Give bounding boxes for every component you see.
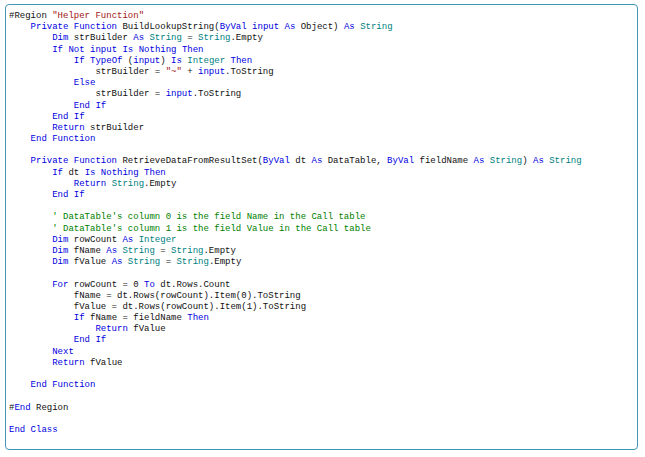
code-token: If	[74, 56, 85, 66]
code-line	[9, 145, 635, 156]
code-line: Dim strBuilder As String = String.Empty	[9, 33, 635, 44]
code-token: For	[52, 280, 68, 290]
code-area[interactable]: #Region "Helper Function" Private Functi…	[9, 11, 635, 447]
code-line: Return fValue	[9, 324, 635, 335]
code-token: input	[198, 67, 225, 77]
code-token: fName = fieldName	[85, 313, 188, 323]
code-line: End If	[9, 101, 635, 112]
code-line: End Function	[9, 134, 635, 145]
code-token: ByVal	[263, 156, 290, 166]
code-token: dt	[290, 156, 312, 166]
code-token: As	[311, 156, 322, 166]
code-token: Private Function	[31, 22, 117, 32]
code-line: For rowCount = 0 To dt.Rows.Count	[9, 280, 635, 291]
code-line: Else	[9, 78, 635, 89]
code-token: +	[182, 67, 198, 77]
code-token: "~"	[166, 67, 182, 77]
code-line: End If	[9, 335, 635, 346]
code-token: String	[176, 257, 208, 267]
code-token: Else	[74, 78, 96, 88]
code-token: End Function	[31, 380, 96, 390]
code-token: As	[133, 33, 144, 43]
code-line: Dim fValue As String = String.Empty	[9, 257, 635, 268]
code-token: ' DataTable's column 1 is the field Valu…	[52, 224, 371, 234]
code-token: Return	[52, 358, 84, 368]
code-token: String	[198, 33, 230, 43]
code-line: Private Function BuildLookupString(ByVal…	[9, 22, 635, 33]
code-token: fValue	[68, 257, 111, 267]
code-line: Return fValue	[9, 358, 635, 369]
code-token: To	[144, 280, 155, 290]
code-token: Object)	[295, 22, 344, 32]
code-line: Dim rowCount As Integer	[9, 235, 635, 246]
code-token: )	[522, 156, 533, 166]
code-line	[9, 414, 635, 425]
code-token: End If	[52, 190, 84, 200]
code-line: ' DataTable's column 0 is the field Name…	[9, 212, 635, 223]
code-token: DataTable,	[322, 156, 387, 166]
code-line: End Class	[9, 425, 635, 436]
code-line	[9, 369, 635, 380]
code-token: Return	[74, 179, 106, 189]
code-token: fValue = dt.Rows(rowCount).Item(1).ToStr…	[74, 302, 306, 312]
code-token: String	[122, 246, 154, 256]
code-token: End Class	[9, 425, 58, 435]
code-token: fName = dt.Rows(rowCount).Item(0).ToStri…	[74, 291, 301, 301]
code-token: =	[182, 33, 198, 43]
code-token: String	[360, 22, 392, 32]
code-token: String	[490, 156, 522, 166]
code-token: End Function	[31, 134, 96, 144]
code-token: Not	[68, 45, 84, 55]
code-token: String	[128, 257, 160, 267]
code-line: #End Region	[9, 403, 635, 414]
code-line: ' DataTable's column 1 is the field Valu…	[9, 224, 635, 235]
code-token: fValue	[85, 358, 123, 368]
code-token: input	[252, 22, 279, 32]
code-token: Dim	[52, 257, 68, 267]
code-token: Then	[187, 313, 209, 323]
code-line: If Not input Is Nothing Then	[9, 45, 635, 56]
code-token: As	[106, 246, 117, 256]
code-token: .Empty	[209, 257, 241, 267]
code-line	[9, 201, 635, 212]
code-token: BuildLookupString(	[117, 22, 220, 32]
code-token: String	[549, 156, 581, 166]
code-line: If dt Is Nothing Then	[9, 168, 635, 179]
code-token: Region	[31, 403, 69, 413]
code-token: As	[533, 156, 544, 166]
code-token: "Helper Function"	[52, 11, 144, 21]
code-token: Then	[231, 56, 253, 66]
code-token: strBuilder =	[95, 89, 165, 99]
code-token: Then	[144, 168, 166, 178]
code-line: Private Function RetrieveDataFromResultS…	[9, 156, 635, 167]
code-token: fieldName	[414, 156, 473, 166]
code-token: String	[171, 246, 203, 256]
code-token: strBuilder =	[95, 67, 165, 77]
code-token: Return	[95, 324, 127, 334]
code-line: fName = dt.Rows(rowCount).Item(0).ToStri…	[9, 291, 635, 302]
code-line: End Function	[9, 380, 635, 391]
code-token: .Empty	[230, 33, 262, 43]
code-token: ByVal	[220, 22, 247, 32]
code-line: #Region "Helper Function"	[9, 11, 635, 22]
code-line: Next	[9, 347, 635, 358]
code-line: strBuilder = "~" + input.ToString	[9, 67, 635, 78]
code-line	[9, 391, 635, 402]
code-panel: #Region "Helper Function" Private Functi…	[5, 4, 638, 450]
code-token: Return	[52, 123, 84, 133]
code-line: Return strBuilder	[9, 123, 635, 134]
code-token: End	[14, 403, 30, 413]
code-token: ByVal	[387, 156, 414, 166]
code-token: End If	[52, 112, 84, 122]
code-token: input	[166, 89, 193, 99]
code-token: .Empty	[144, 179, 176, 189]
code-token: strBuilder	[85, 123, 144, 133]
code-line: Dim fName As String = String.Empty	[9, 246, 635, 257]
code-token: Dim	[52, 246, 68, 256]
code-token: Dim	[52, 235, 68, 245]
code-token: #Region	[9, 11, 52, 21]
code-token: Private Function	[31, 156, 117, 166]
code-token: As	[474, 156, 485, 166]
code-token: Nothing	[139, 45, 177, 55]
code-token: If	[74, 313, 85, 323]
